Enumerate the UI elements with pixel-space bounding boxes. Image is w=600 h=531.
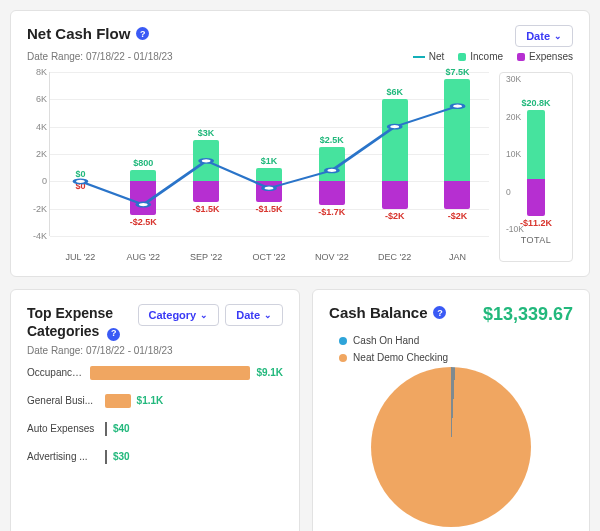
category-dropdown-button[interactable]: Category ⌄	[138, 304, 220, 326]
expense-label: -$1.7K	[318, 207, 345, 217]
net-cash-flow-chart: $0$0$800-$2.5K$3K-$1.5K$1K-$1.5K$2.5K-$1…	[27, 72, 489, 262]
circle-icon	[339, 337, 347, 345]
expense-bar	[105, 394, 131, 408]
info-icon[interactable]: ?	[107, 328, 120, 341]
date-dropdown-label: Date	[236, 309, 260, 321]
income-label: $0	[75, 169, 85, 179]
y-tick: -2K	[27, 204, 47, 214]
total-expense-label: -$11.2K	[520, 218, 552, 228]
legend-income-label: Income	[470, 51, 503, 62]
info-icon[interactable]: ?	[433, 306, 446, 319]
chevron-down-icon: ⌄	[554, 31, 562, 41]
legend-income: Income	[458, 51, 503, 62]
expense-row: General Busi...$1.1K	[27, 394, 283, 408]
expense-label: -$1.5K	[193, 204, 220, 214]
legend-cash-on-hand: Cash On Hand	[339, 335, 573, 346]
expense-value: $40	[113, 423, 130, 434]
total-label: TOTAL	[521, 235, 552, 245]
category-dropdown-label: Category	[149, 309, 197, 321]
net-cash-flow-title-text: Net Cash Flow	[27, 25, 130, 42]
income-label: $1K	[261, 156, 278, 166]
income-label: $3K	[198, 128, 215, 138]
cash-balance-legend: Cash On Hand Neat Demo Checking	[339, 335, 573, 363]
date-dropdown-label: Date	[526, 30, 550, 42]
expense-label: -$2K	[448, 211, 468, 221]
info-icon[interactable]: ?	[136, 27, 149, 40]
top-expense-header: Top Expense Categories ? Category ⌄ Date…	[27, 304, 283, 341]
date-range-text: Date Range: 07/18/22 - 01/18/23	[27, 51, 173, 62]
income-label: $7.5K	[445, 67, 469, 77]
expense-value: $9.1K	[256, 367, 283, 378]
net-cash-flow-subheader: Date Range: 07/18/22 - 01/18/23 Net Inco…	[27, 51, 573, 62]
total-y-tick: 30K	[506, 74, 521, 84]
top-expense-date-range: Date Range: 07/18/22 - 01/18/23	[27, 345, 283, 356]
top-expense-title: Top Expense Categories ?	[27, 304, 138, 341]
x-tick: OCT '22	[252, 252, 286, 262]
chevron-down-icon: ⌄	[200, 310, 208, 320]
net-cash-flow-card: Net Cash Flow ? Date ⌄ Date Range: 07/18…	[10, 10, 590, 277]
net-cash-flow-title: Net Cash Flow ?	[27, 25, 149, 42]
bar-column: $0$0	[63, 72, 97, 236]
expense-name: Auto Expenses	[27, 423, 99, 434]
y-tick: -4K	[27, 231, 47, 241]
total-y-tick: 20K	[506, 112, 521, 122]
x-tick: DEC '22	[378, 252, 412, 262]
total-y-tick: 0	[506, 187, 511, 197]
income-label: $800	[133, 158, 153, 168]
bar-column: $1K-$1.5K	[252, 72, 286, 236]
bar-column: $3K-$1.5K	[189, 72, 223, 236]
legend-expenses-label: Expenses	[529, 51, 573, 62]
expense-bar-list: Occupancy Ex...$9.1KGeneral Busi...$1.1K…	[27, 366, 283, 464]
line-swatch-icon	[413, 56, 425, 58]
expense-row: Advertising ...$30	[27, 450, 283, 464]
expense-bar	[105, 422, 107, 436]
expense-name: Occupancy Ex...	[27, 367, 84, 378]
x-tick: JUL '22	[63, 252, 97, 262]
expense-label: $0	[75, 181, 85, 191]
date-dropdown-button[interactable]: Date ⌄	[515, 25, 573, 47]
net-cash-flow-header: Net Cash Flow ? Date ⌄	[27, 25, 573, 47]
top-expense-date-range-text: Date Range: 07/18/22 - 01/18/23	[27, 345, 173, 356]
bar-column: $800-$2.5K	[126, 72, 160, 236]
legend-expenses: Expenses	[517, 51, 573, 62]
y-tick: 8K	[27, 67, 47, 77]
total-income-label: $20.8K	[521, 98, 550, 108]
cash-balance-pie-chart	[371, 367, 531, 527]
chevron-down-icon: ⌄	[264, 310, 272, 320]
net-cash-flow-total-panel: 30K20K10K0-10K$20.8K-$11.2K TOTAL	[499, 72, 573, 262]
legend-net: Net	[413, 51, 445, 62]
bar-column: $2.5K-$1.7K	[315, 72, 349, 236]
cash-balance-card: Cash Balance ? $13,339.67 Cash On Hand N…	[312, 289, 590, 531]
expense-label: -$2.5K	[130, 217, 157, 227]
expense-name: General Busi...	[27, 395, 99, 406]
expense-label: -$1.5K	[255, 204, 282, 214]
x-tick: SEP '22	[189, 252, 223, 262]
expense-bar	[105, 450, 107, 464]
top-expense-card: Top Expense Categories ? Category ⌄ Date…	[10, 289, 300, 531]
cash-balance-header: Cash Balance ? $13,339.67	[329, 304, 573, 325]
circle-icon	[339, 354, 347, 362]
legend-neat-demo-checking-label: Neat Demo Checking	[353, 352, 448, 363]
date-dropdown-button[interactable]: Date ⌄	[225, 304, 283, 326]
expense-label: -$2K	[385, 211, 405, 221]
legend-net-label: Net	[429, 51, 445, 62]
y-tick: 2K	[27, 149, 47, 159]
expense-bar	[90, 366, 250, 380]
y-tick: 0	[27, 176, 47, 186]
expense-name: Advertising ...	[27, 451, 99, 462]
y-tick: 4K	[27, 122, 47, 132]
expense-row: Auto Expenses$40	[27, 422, 283, 436]
income-swatch-icon	[458, 53, 466, 61]
x-tick: NOV '22	[315, 252, 349, 262]
cash-balance-title-text: Cash Balance	[329, 304, 427, 321]
x-tick: JAN	[440, 252, 474, 262]
expense-value: $1.1K	[137, 395, 164, 406]
expense-value: $30	[113, 451, 130, 462]
bar-column: $6K-$2K	[378, 72, 412, 236]
top-expense-title-text: Top Expense Categories	[27, 305, 113, 339]
income-label: $2.5K	[320, 135, 344, 145]
income-label: $6K	[386, 87, 403, 97]
net-cash-flow-legend: Net Income Expenses	[413, 51, 573, 62]
y-tick: 6K	[27, 94, 47, 104]
cash-balance-title: Cash Balance ?	[329, 304, 446, 321]
